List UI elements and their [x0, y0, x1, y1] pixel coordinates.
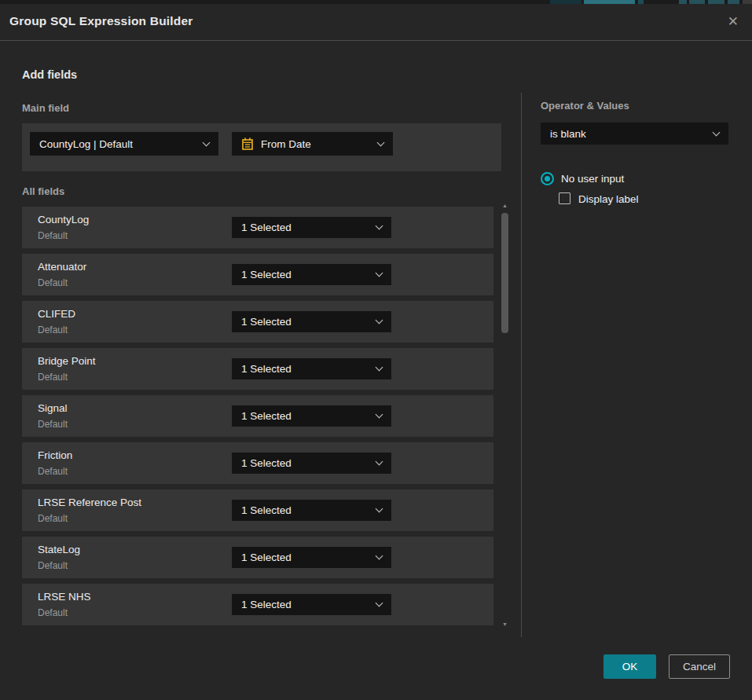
field-sublabel: Default: [38, 466, 68, 477]
display-label-text: Display label: [578, 193, 639, 205]
field-row-lrse-nhs: LRSE NHS Default 1 Selected: [22, 584, 493, 625]
chevron-down-icon: [376, 552, 383, 560]
field-selection-value: 1 Selected: [241, 316, 376, 328]
chevron-down-icon: [376, 317, 383, 324]
scroll-up-arrow-icon[interactable]: ▲: [501, 203, 509, 209]
display-label-checkbox[interactable]: [559, 192, 570, 204]
all-fields-label: All fields: [22, 185, 64, 197]
add-fields-heading: Add fields: [22, 68, 77, 81]
field-sublabel: Default: [38, 230, 68, 241]
field-selection-value: 1 Selected: [241, 363, 376, 375]
field-selection-dropdown[interactable]: 1 Selected: [232, 217, 391, 238]
main-field-layer-select-value: CountyLog | Default: [39, 138, 204, 150]
chevron-down-icon: [376, 364, 383, 372]
field-selection-dropdown[interactable]: 1 Selected: [232, 594, 391, 615]
no-user-input-radio[interactable]: [541, 172, 554, 185]
field-selection-value: 1 Selected: [241, 504, 376, 516]
main-field-field-select-value: From Date: [261, 138, 378, 150]
field-selection-dropdown[interactable]: 1 Selected: [232, 500, 391, 521]
dialog-title: Group SQL Expression Builder: [9, 14, 193, 28]
field-sublabel: Default: [38, 513, 68, 524]
field-row-statelog: StateLog Default 1 Selected: [22, 537, 493, 578]
field-name: StateLog: [38, 544, 80, 555]
ok-button[interactable]: OK: [603, 654, 656, 679]
field-row-signal: Signal Default 1 Selected: [22, 395, 493, 437]
field-selection-dropdown[interactable]: 1 Selected: [232, 264, 391, 285]
field-selection-dropdown[interactable]: 1 Selected: [232, 405, 391, 427]
scrollbar-thumb[interactable]: [501, 213, 508, 333]
field-name: LRSE Reference Post: [38, 497, 141, 508]
chevron-down-icon: [376, 411, 383, 419]
field-selection-dropdown[interactable]: 1 Selected: [232, 311, 391, 332]
field-row-countylog: CountyLog Default 1 Selected: [22, 207, 493, 248]
field-selection-value: 1 Selected: [241, 552, 376, 563]
chevron-down-icon: [376, 269, 383, 277]
field-selection-value: 1 Selected: [241, 269, 376, 280]
field-name: Friction: [38, 449, 72, 461]
no-user-input-label: No user input: [561, 173, 624, 185]
group-sql-expression-builder-dialog: Group SQL Expression Builder ✕ Add field…: [0, 4, 752, 700]
field-name: Signal: [38, 402, 68, 414]
chevron-down-icon: [376, 458, 383, 466]
field-row-friction: Friction Default 1 Selected: [22, 442, 493, 484]
chevron-down-icon: [376, 222, 383, 230]
chevron-down-icon: [376, 599, 383, 607]
field-selection-value: 1 Selected: [241, 599, 376, 610]
close-icon[interactable]: ✕: [728, 13, 739, 31]
operator-values-label: Operator & Values: [541, 100, 629, 112]
chevron-down-icon: [203, 138, 211, 146]
chevron-down-icon: [713, 128, 721, 136]
field-row-lrse-reference-post: LRSE Reference Post Default 1 Selected: [22, 489, 493, 531]
field-sublabel: Default: [38, 419, 68, 430]
chevron-down-icon: [376, 505, 383, 513]
main-field-field-select[interactable]: From Date: [232, 132, 393, 156]
field-selection-dropdown[interactable]: 1 Selected: [232, 453, 391, 474]
field-name: Attenuator: [38, 261, 86, 273]
operator-select[interactable]: is blank: [541, 123, 728, 145]
operator-select-value: is blank: [550, 128, 713, 140]
calendar-date-icon: [241, 137, 254, 150]
field-selection-dropdown[interactable]: 1 Selected: [232, 547, 391, 568]
field-selection-dropdown[interactable]: 1 Selected: [232, 358, 391, 379]
field-name: CountyLog: [38, 214, 89, 225]
chevron-down-icon: [377, 138, 385, 146]
main-field-layer-select[interactable]: CountyLog | Default: [30, 132, 218, 156]
field-selection-value: 1 Selected: [241, 457, 376, 469]
field-sublabel: Default: [38, 324, 68, 335]
field-sublabel: Default: [38, 560, 68, 571]
dialog-titlebar: Group SQL Expression Builder ✕: [0, 4, 752, 41]
screen: Group SQL Expression Builder ✕ Add field…: [0, 0, 752, 700]
main-field-label: Main field: [22, 102, 69, 114]
scroll-down-arrow-icon[interactable]: ▼: [501, 621, 509, 628]
panel-divider: [521, 93, 522, 637]
field-selection-value: 1 Selected: [241, 410, 376, 422]
field-sublabel: Default: [38, 372, 68, 383]
field-row-attenuator: Attenuator Default 1 Selected: [22, 254, 493, 295]
main-field-panel: CountyLog | Default From Date: [22, 123, 501, 171]
cancel-button[interactable]: Cancel: [669, 654, 730, 679]
radio-selected-dot-icon: [545, 176, 550, 181]
field-sublabel: Default: [38, 607, 68, 618]
field-row-bridge-point: Bridge Point Default 1 Selected: [22, 348, 493, 390]
field-selection-value: 1 Selected: [241, 222, 376, 233]
field-name: LRSE NHS: [38, 591, 91, 603]
field-sublabel: Default: [38, 277, 68, 288]
field-name: CLIFED: [38, 308, 75, 320]
field-name: Bridge Point: [38, 355, 96, 367]
field-row-clifed: CLIFED Default 1 Selected: [22, 301, 493, 343]
